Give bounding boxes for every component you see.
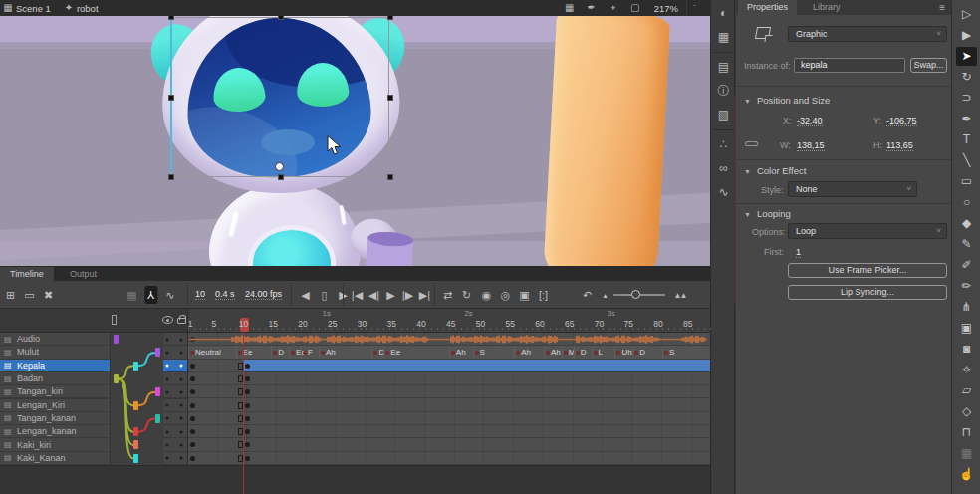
hand-tool[interactable]: ☝ xyxy=(956,465,977,484)
lock-dot[interactable] xyxy=(180,390,183,393)
edit-symbols-icon[interactable]: ✒ xyxy=(581,0,603,16)
frame-row-badan[interactable] xyxy=(188,372,710,385)
visibility-dot[interactable] xyxy=(166,338,169,341)
visibility-dot[interactable] xyxy=(166,417,169,420)
elapsed-time-hot-text[interactable]: 0.4 s xyxy=(215,289,235,300)
ink-bottle-tool[interactable]: ◙ xyxy=(956,340,977,359)
step-back-icon[interactable]: ◀ xyxy=(299,287,312,303)
keyframe-dot[interactable] xyxy=(190,442,195,447)
keyframe-dot[interactable] xyxy=(516,351,520,355)
loop-playback-icon[interactable]: ⇄ xyxy=(441,287,454,303)
selection-handle[interactable] xyxy=(278,16,284,20)
rig-swatch-kaki_kanan[interactable] xyxy=(133,454,138,463)
section-looping[interactable]: ▼Looping xyxy=(744,208,791,219)
keyframe-dot[interactable] xyxy=(546,351,550,355)
keyframe-dot[interactable] xyxy=(634,351,638,355)
lock-dot[interactable] xyxy=(180,444,183,447)
prev-frame-icon[interactable]: ◀| xyxy=(368,287,380,303)
new-folder-icon[interactable]: ▭ xyxy=(23,287,36,303)
transform-point[interactable] xyxy=(275,162,284,171)
frame-row-lengan_kanan[interactable] xyxy=(188,425,710,438)
lasso-tool[interactable]: ⊃ xyxy=(956,89,977,108)
width-tool[interactable]: ◇ xyxy=(956,402,977,421)
marquee-selection-tool[interactable]: ➤ xyxy=(956,47,977,66)
rig-swatch-badan[interactable] xyxy=(114,374,119,383)
keyframe-dot[interactable] xyxy=(303,351,307,355)
brush-library-panel-icon[interactable]: ∴ xyxy=(711,133,736,155)
keyframe-dot[interactable] xyxy=(245,442,250,447)
frame-row-kepala[interactable] xyxy=(188,360,710,372)
tab-timeline[interactable]: Timeline xyxy=(0,267,54,281)
use-frame-picker-button[interactable]: Use Frame Picker... xyxy=(788,263,947,278)
visibility-dot[interactable] xyxy=(166,457,169,460)
breadcrumb-scene[interactable]: Scene 1 xyxy=(16,3,51,14)
info-panel-icon[interactable]: ⓘ xyxy=(711,80,736,102)
visibility-dot[interactable] xyxy=(166,377,169,380)
lock-column-icon[interactable] xyxy=(177,318,186,324)
swatches-panel-icon[interactable]: ▦ xyxy=(711,26,736,48)
timeline-zoom-out-icon[interactable]: ▴ xyxy=(599,288,612,304)
lock-dot[interactable] xyxy=(180,351,183,354)
frame-row-tangan_kiri[interactable] xyxy=(188,385,710,398)
selection-handle[interactable] xyxy=(387,174,393,180)
color-style-select[interactable]: None ˅ xyxy=(788,181,917,197)
lock-dot[interactable] xyxy=(180,365,183,368)
keyframe-dot[interactable] xyxy=(245,416,250,421)
visibility-dot[interactable] xyxy=(166,351,169,354)
new-layer-icon[interactable]: ⊞ xyxy=(4,287,17,303)
parenting-view-icon[interactable]: Y xyxy=(144,286,157,304)
timeline-zoom-slider[interactable] xyxy=(613,294,665,296)
loop-range-icon[interactable]: ↻ xyxy=(460,287,473,303)
keyframe-dot[interactable] xyxy=(190,403,195,408)
frame-row-audio[interactable] xyxy=(188,333,710,346)
onion-skin-icon[interactable]: ◉ xyxy=(480,287,493,303)
h-value[interactable]: 113,65 xyxy=(886,140,913,151)
selection-handle[interactable] xyxy=(387,95,393,101)
visibility-dot[interactable] xyxy=(166,404,169,407)
frame-picker-panel-icon[interactable]: ∿ xyxy=(711,181,736,203)
stage-zoom-dropdown-icon[interactable]: ˇ xyxy=(686,0,702,16)
camera-tool[interactable]: ▦ xyxy=(956,444,977,463)
lip-syncing-button[interactable]: Lip Syncing... xyxy=(788,285,947,300)
edit-multiple-frames-icon[interactable]: ▣ xyxy=(518,287,531,303)
background-peach-shape[interactable] xyxy=(543,16,671,267)
keyframe-dot[interactable] xyxy=(273,351,277,355)
subselection-tool[interactable]: ▶ xyxy=(956,26,977,45)
bone-tool[interactable]: ⋔ xyxy=(956,298,977,317)
selection-handle[interactable] xyxy=(168,16,174,20)
section-position-and-size[interactable]: ▼Position and Size xyxy=(744,95,830,106)
pen-tool[interactable]: ✒ xyxy=(956,110,977,128)
marker-range-icon[interactable]: [:] xyxy=(537,287,550,303)
graph-editor-icon[interactable]: ∿ xyxy=(163,287,176,303)
lock-dot[interactable] xyxy=(180,404,183,407)
center-stage-icon[interactable]: ⌖ xyxy=(603,0,624,16)
camera-icon[interactable]: ▦ xyxy=(125,287,138,303)
keyframe-dot[interactable] xyxy=(576,351,580,355)
lock-dot[interactable] xyxy=(180,417,183,420)
color-panel-icon[interactable]: ◐ xyxy=(711,2,736,24)
selection-handle[interactable] xyxy=(168,174,174,180)
keyframe-dot[interactable] xyxy=(291,351,295,355)
visibility-dot[interactable] xyxy=(166,430,169,433)
timeline-zoom-in-icon[interactable]: ▲▲ xyxy=(673,288,686,304)
frames-grid[interactable]: NeutralEeDEeFAhDEeAhSAhAhMDLUhDS xyxy=(187,333,710,465)
tab-output[interactable]: Output xyxy=(60,267,107,281)
keyframe-dot[interactable] xyxy=(321,351,325,355)
current-frame-hot-text[interactable]: 10 xyxy=(195,289,205,300)
loop-frame-icon[interactable]: ▯ xyxy=(318,287,331,303)
selected-frame-span[interactable] xyxy=(244,360,710,371)
eyedropper-tool[interactable]: ✧ xyxy=(956,361,977,379)
keyframe-dot[interactable] xyxy=(245,376,250,381)
first-frame-icon[interactable]: |◀ xyxy=(351,287,364,303)
first-frame-value[interactable]: 1 xyxy=(796,247,801,258)
delete-layer-icon[interactable]: ✖ xyxy=(42,287,55,303)
keyframe-dot[interactable] xyxy=(451,351,455,355)
clip-content-icon[interactable]: ▢ xyxy=(624,0,646,16)
frame-row-kaki_kanan[interactable] xyxy=(188,452,710,465)
rig-swatch-kaki_kiri[interactable] xyxy=(133,440,138,449)
play-icon[interactable]: ▶ xyxy=(384,287,397,303)
keyframe-dot[interactable] xyxy=(245,456,250,461)
symbol-type-select[interactable]: Graphic ˅ xyxy=(788,26,947,42)
frame-row-mulut[interactable]: NeutralEeDEeFAhDEeAhSAhAhMDLUhDS xyxy=(188,346,710,359)
keyframe-dot[interactable] xyxy=(190,364,195,369)
